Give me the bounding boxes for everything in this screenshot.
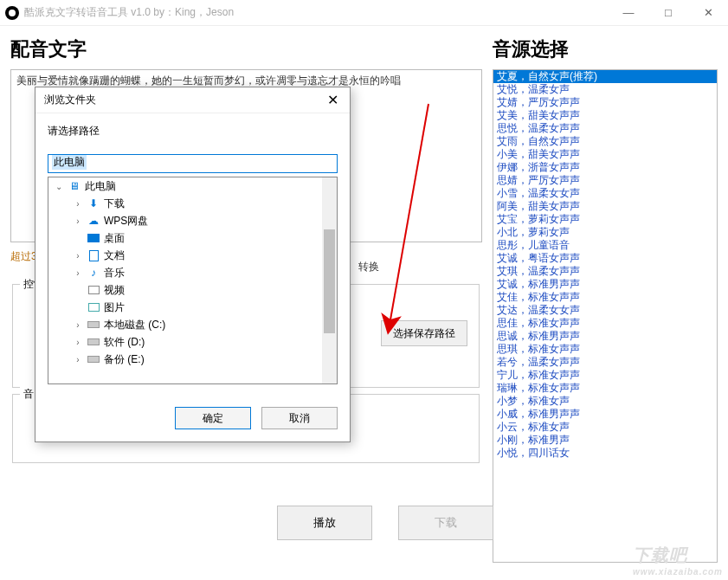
tree-item[interactable]: 图片 (48, 299, 337, 316)
voice-item[interactable]: 思诚，标准男声声 (493, 330, 717, 343)
tree-item[interactable]: ›备份 (E:) (48, 351, 337, 368)
tree-item[interactable]: ›本地磁盘 (C:) (48, 316, 337, 333)
chevron-icon[interactable]: › (73, 268, 83, 278)
window-title: 酷派克文字转语音工具 v1.0 by：King，Jeson (24, 5, 609, 20)
voice-item[interactable]: 瑞琳，标准女声声 (493, 382, 717, 395)
voice-item[interactable]: 艾佳，标准女声声 (493, 291, 717, 304)
download-button[interactable]: 下载 (398, 506, 493, 540)
chevron-icon[interactable]: › (73, 251, 83, 261)
convert-label: 转换 (358, 260, 379, 274)
dialog-title: 浏览文件夹 (44, 93, 96, 107)
tree-item-label: 音乐 (104, 266, 125, 280)
tree-item-label: 备份 (E:) (104, 352, 145, 367)
select-save-path-button[interactable]: 选择保存路径 (381, 320, 467, 346)
tree-item[interactable]: ›♪音乐 (48, 264, 337, 281)
tree-item[interactable]: ›文档 (48, 247, 337, 264)
voice-item[interactable]: 宁儿，标准女声声 (493, 369, 717, 382)
minimize-button[interactable]: — (609, 0, 648, 26)
app-icon (5, 6, 19, 20)
dialog-prompt: 请选择路径 (48, 124, 338, 139)
chevron-icon[interactable]: ⌄ (54, 182, 64, 191)
tree-item[interactable]: 桌面 (48, 229, 337, 247)
watermark: 下载吧 www.xiazaiba.com (633, 544, 723, 577)
tree-item-label: 此电脑 (85, 179, 116, 194)
voice-item[interactable]: 小云，标准女声 (493, 421, 717, 434)
voice-item[interactable]: 艾诚，粤语女声声 (493, 252, 717, 265)
voice-item[interactable]: 思佳，标准女声声 (493, 317, 717, 330)
chevron-icon[interactable]: › (73, 216, 83, 226)
tree-item-label: 文档 (104, 248, 125, 263)
voice-item[interactable]: 思悦，温柔女声声 (493, 122, 717, 135)
voice-item[interactable]: 思婧，严厉女声声 (493, 174, 717, 187)
voice-item[interactable]: 艾夏，自然女声(推荐) (493, 70, 717, 83)
chevron-icon[interactable]: › (73, 338, 83, 347)
tree-item[interactable]: ⌄🖥此电脑 (48, 177, 337, 195)
voice-item[interactable]: 艾宝，萝莉女声声 (493, 213, 717, 226)
tree-item-label: WPS网盘 (104, 214, 148, 229)
voice-item[interactable]: 小悦，四川话女 (493, 447, 717, 460)
chevron-icon[interactable]: › (73, 320, 83, 330)
voice-item[interactable]: 艾琪，温柔女声声 (493, 265, 717, 278)
tree-item[interactable]: 视频 (48, 281, 337, 299)
tree-item-label: 图片 (104, 300, 125, 315)
voice-item[interactable]: 艾悦，温柔女声 (493, 83, 717, 96)
tree-item-label: 软件 (D:) (104, 335, 145, 350)
maximize-button[interactable]: □ (648, 0, 688, 26)
chevron-icon[interactable]: › (73, 199, 83, 209)
text-heading: 配音文字 (10, 36, 482, 62)
dialog-cancel-button[interactable]: 取消 (261, 407, 338, 429)
tree-item-label: 下载 (104, 197, 125, 211)
voice-item[interactable]: 艾雨，自然女声声 (493, 135, 717, 148)
dialog-ok-button[interactable]: 确定 (175, 407, 251, 429)
tree-item-label: 桌面 (104, 231, 125, 246)
voice-listbox[interactable]: 艾夏，自然女声(推荐)艾悦，温柔女声艾婧，严厉女声声艾美，甜美女声声思悦，温柔女… (493, 69, 718, 563)
voice-item[interactable]: 艾达，温柔女女声 (493, 304, 717, 317)
voice-item[interactable]: 艾美，甜美女声声 (493, 109, 717, 122)
voice-item[interactable]: 艾诚，标准男声声 (493, 278, 717, 291)
voice-item[interactable]: 若兮，温柔女声声 (493, 356, 717, 369)
voice-item[interactable]: 小梦，标准女声 (493, 395, 717, 408)
voice-item[interactable]: 思琪，标准女声声 (493, 343, 717, 356)
voice-item[interactable]: 思彤，儿童语音 (493, 239, 717, 252)
tree-item-label: 本地磁盘 (C:) (104, 318, 165, 332)
voice-item[interactable]: 艾婧，严厉女声声 (493, 96, 717, 109)
voice-item[interactable]: 阿美，甜美女声声 (493, 200, 717, 213)
window-titlebar: 酷派克文字转语音工具 v1.0 by：King，Jeson — □ ✕ (0, 0, 728, 26)
dialog-close-button[interactable]: ✕ (320, 91, 345, 110)
tree-scrollbar[interactable] (322, 177, 337, 383)
voice-item[interactable]: 小雪，温柔女女声 (493, 187, 717, 200)
tree-item[interactable]: ›软件 (D:) (48, 333, 337, 351)
play-button[interactable]: 播放 (277, 506, 372, 540)
browse-folder-dialog: 浏览文件夹 ✕ 请选择路径 此电脑 ⌄🖥此电脑›⬇下载›☁WPS网盘桌面›文档›… (35, 87, 351, 442)
voice-item[interactable]: 小北，萝莉女声 (493, 226, 717, 239)
voice-item[interactable]: 小美，甜美女声声 (493, 148, 717, 161)
path-input[interactable]: 此电脑 (48, 154, 338, 173)
voice-heading: 音源选择 (493, 36, 718, 62)
tree-item[interactable]: ›☁WPS网盘 (48, 212, 337, 229)
voice-item[interactable]: 小刚，标准男声 (493, 434, 717, 447)
chevron-icon[interactable]: › (73, 355, 83, 364)
voice-item[interactable]: 小威，标准男声声 (493, 408, 717, 421)
voice-item[interactable]: 伊娜，浙普女声声 (493, 161, 717, 174)
close-button[interactable]: ✕ (688, 0, 728, 26)
folder-tree[interactable]: ⌄🖥此电脑›⬇下载›☁WPS网盘桌面›文档›♪音乐视频图片›本地磁盘 (C:)›… (48, 177, 338, 384)
tree-item[interactable]: ›⬇下载 (48, 195, 337, 212)
tree-item-label: 视频 (104, 283, 125, 298)
